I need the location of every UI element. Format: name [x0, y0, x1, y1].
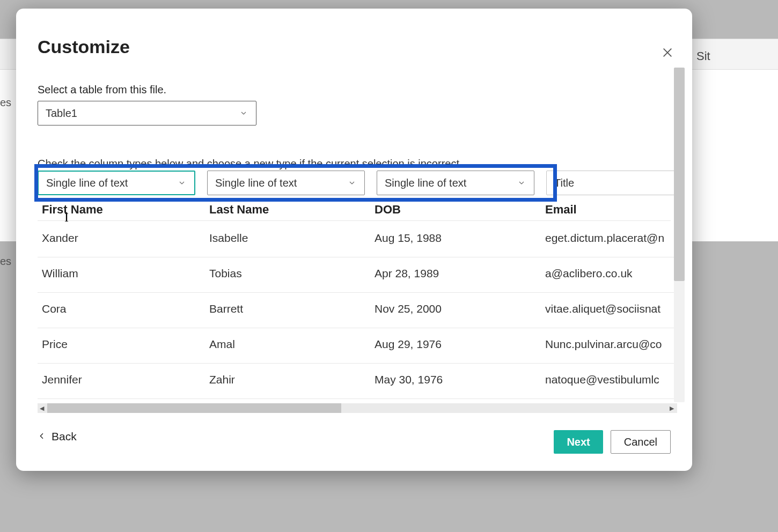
scroll-right-icon[interactable]: ▶: [667, 404, 676, 412]
table-row: William Tobias Apr 28, 1989 a@aclibero.c…: [38, 257, 676, 293]
cell-last-name: Barrett: [209, 302, 359, 315]
table-row: Price Amal Aug 29, 1976 Nunc.pulvinar.ar…: [38, 328, 676, 364]
table-row: Xander Isabelle Aug 15, 1988 eget.dictum…: [38, 222, 676, 257]
column-type-row: Single line of text Single line of text …: [38, 171, 680, 195]
vertical-scrollbar[interactable]: [674, 68, 685, 402]
column-header-dob: DOB: [375, 202, 525, 217]
table-select[interactable]: Table1: [38, 101, 256, 125]
column-type-select-1[interactable]: Single line of text: [38, 171, 195, 195]
cell-dob: Apr 28, 1989: [375, 267, 525, 280]
cell-dob: Aug 29, 1976: [375, 338, 525, 351]
column-type-instruction: Check the column types below and choose …: [38, 158, 463, 170]
table-header-row: First Name Last Name DOB Email: [38, 202, 671, 221]
cell-dob: Nov 25, 2000: [375, 302, 525, 315]
cell-last-name: Amal: [209, 338, 359, 351]
next-label: Next: [567, 436, 590, 448]
column-type-select-4[interactable]: Title: [546, 171, 680, 195]
back-label: Back: [52, 430, 77, 443]
vertical-scrollbar-thumb[interactable]: [674, 68, 685, 281]
cell-dob: Aug 15, 1988: [375, 232, 525, 245]
table-select-label: Select a table from this file.: [38, 84, 166, 96]
cell-first-name: Price: [42, 338, 192, 351]
scroll-left-icon[interactable]: ◀: [38, 404, 46, 412]
cell-email: Nunc.pulvinar.arcu@co: [545, 338, 674, 351]
chevron-down-icon: [347, 178, 357, 188]
cell-email: a@aclibero.co.uk: [545, 267, 674, 280]
dialog-footer: Back Next Cancel: [38, 430, 671, 456]
column-header-first-name: First Name: [42, 202, 192, 217]
table-row: Jennifer Zahir May 30, 1976 natoque@vest…: [38, 364, 676, 399]
table-select-value: Table1: [46, 107, 77, 120]
background-text: Sit: [696, 49, 710, 63]
cell-first-name: William: [42, 267, 192, 280]
customize-dialog: Customize Select a table from this file.…: [16, 9, 692, 471]
cell-first-name: Jennifer: [42, 373, 192, 386]
next-button[interactable]: Next: [554, 430, 603, 454]
table-body: Xander Isabelle Aug 15, 1988 eget.dictum…: [38, 222, 676, 399]
horizontal-scrollbar[interactable]: ◀ ▶: [38, 403, 677, 413]
column-type-value: Single line of text: [215, 177, 297, 189]
dialog-title: Customize: [38, 36, 130, 57]
column-header-last-name: Last Name: [209, 202, 359, 217]
horizontal-scrollbar-thumb[interactable]: [47, 403, 341, 413]
background-text: es: [0, 255, 11, 268]
column-type-select-2[interactable]: Single line of text: [207, 171, 365, 195]
table-row: Cora Barrett Nov 25, 2000 vitae.aliquet@…: [38, 293, 676, 328]
column-type-value: Single line of text: [385, 177, 466, 189]
column-type-select-3[interactable]: Single line of text: [377, 171, 534, 195]
chevron-down-icon: [239, 108, 248, 118]
cell-last-name: Isabelle: [209, 232, 359, 245]
column-type-value: Single line of text: [46, 177, 128, 189]
cell-dob: May 30, 1976: [375, 373, 525, 386]
cell-email: natoque@vestibulumlc: [545, 373, 674, 386]
cell-email: eget.dictum.placerat@n: [545, 232, 674, 245]
close-icon: [662, 45, 673, 62]
chevron-left-icon: [38, 430, 46, 443]
cancel-label: Cancel: [624, 436, 657, 448]
cell-first-name: Xander: [42, 232, 192, 245]
chevron-down-icon: [517, 178, 526, 188]
column-type-value: Title: [554, 177, 574, 189]
chevron-down-icon: [177, 178, 187, 188]
cell-last-name: Zahir: [209, 373, 359, 386]
background-text: es: [0, 97, 11, 109]
close-button[interactable]: [658, 44, 677, 63]
cell-last-name: Tobias: [209, 267, 359, 280]
cell-first-name: Cora: [42, 302, 192, 315]
cancel-button[interactable]: Cancel: [611, 430, 671, 454]
column-header-email: Email: [545, 202, 674, 217]
cell-email: vitae.aliquet@sociisnat: [545, 302, 674, 315]
